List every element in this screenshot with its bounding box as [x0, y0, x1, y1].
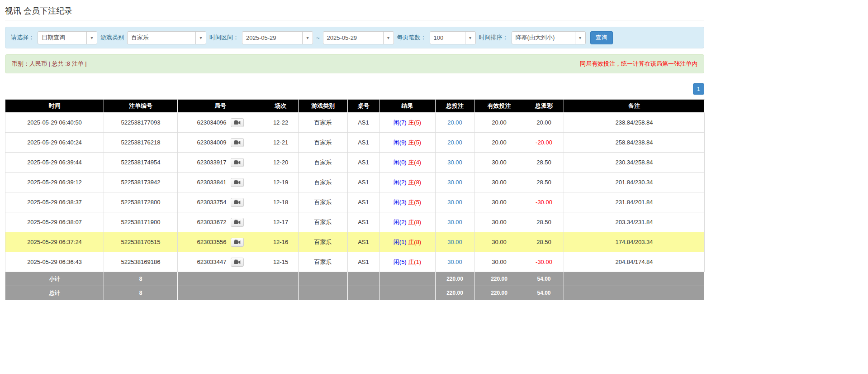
cell-remark: 174.84/203.34	[564, 232, 705, 252]
video-replay-button[interactable]	[231, 118, 244, 127]
per-page-select[interactable]: 100 ▾	[430, 31, 476, 44]
cell-result: 闲(0) 庄(4)	[379, 153, 436, 173]
cell-round-number: 623034009	[178, 133, 263, 153]
video-replay-button[interactable]	[231, 178, 244, 187]
result-banker: 庄(8)	[408, 239, 421, 245]
total-bet-link[interactable]: 30.00	[447, 219, 462, 225]
cell-time: 2025-05-29 06:39:12	[5, 173, 104, 192]
round-number: 623034096	[197, 119, 226, 126]
cell-valid-bet: 20.00	[474, 133, 524, 153]
cell-total-bet: 30.00	[436, 212, 474, 232]
summary-row: 小计8220.00220.0054.00	[5, 272, 705, 286]
summary-count: 8	[104, 272, 178, 286]
cell-payout: 28.50	[524, 212, 564, 232]
cell-valid-bet: 30.00	[474, 252, 524, 272]
cell-game-type: 百家乐	[299, 232, 348, 252]
cell-session: 12-21	[263, 133, 299, 153]
video-replay-button[interactable]	[231, 238, 244, 247]
result-banker: 庄(1)	[408, 259, 421, 265]
cell-payout: 28.50	[524, 173, 564, 192]
cell-valid-bet: 30.00	[474, 173, 524, 192]
cell-time: 2025-05-29 06:37:24	[5, 232, 104, 252]
bet-records-table: 时间注单编号局号场次游戏类别桌号结果总投注有效投注总派彩备注 2025-05-2…	[5, 99, 705, 300]
result-player: 闲(2)	[394, 219, 407, 225]
cell-table-number: AS1	[348, 113, 379, 133]
summary-total-bet: 220.00	[436, 286, 474, 300]
pagination-top: 1	[5, 83, 704, 95]
summary-bar: 币别：人民币 | 总共 :8 注单 | 同局有效投注，统一计算在该局第一张注单内	[5, 54, 704, 73]
total-bet-link[interactable]: 30.00	[447, 159, 462, 166]
cell-valid-bet: 20.00	[474, 113, 524, 133]
cell-result: 闲(7) 庄(5)	[379, 113, 436, 133]
video-replay-button[interactable]	[231, 158, 244, 167]
cell-remark: 231.84/201.84	[564, 192, 705, 212]
summary-right-text: 同局有效投注，统一计算在该局第一张注单内	[580, 60, 697, 68]
cell-total-bet: 30.00	[436, 232, 474, 252]
total-bet-link[interactable]: 20.00	[447, 139, 462, 146]
round-number: 623033917	[197, 159, 226, 166]
total-bet-link[interactable]: 20.00	[447, 119, 462, 126]
video-replay-button[interactable]	[231, 198, 244, 207]
round-number: 623033447	[197, 259, 226, 265]
summary-valid-bet: 220.00	[474, 286, 524, 300]
sort-label: 时间排序：	[479, 34, 508, 42]
date-to-select[interactable]: 2025-05-29 ▾	[323, 31, 394, 44]
query-type-value: 日期查询	[38, 34, 69, 42]
result-player: 闲(0)	[394, 159, 407, 166]
cell-remark: 204.84/174.84	[564, 252, 705, 272]
cell-valid-bet: 30.00	[474, 212, 524, 232]
total-bet-link[interactable]: 30.00	[447, 199, 462, 206]
result-player: 闲(1)	[394, 239, 407, 245]
video-icon	[234, 120, 241, 125]
summary-left-text: 币别：人民币 | 总共 :8 注单 |	[12, 60, 87, 68]
summary-count: 8	[104, 286, 178, 300]
per-page-value: 100	[430, 34, 447, 41]
column-header: 场次	[263, 100, 299, 113]
summary-payout: 54.00	[524, 272, 564, 286]
game-type-label: 游戏类别	[100, 34, 124, 42]
cell-remark: 238.84/258.84	[564, 113, 705, 133]
per-page-label: 每页笔数：	[397, 34, 427, 42]
table-row: 2025-05-29 06:38:37522538172800623033754…	[5, 192, 705, 212]
table-body: 2025-05-29 06:40:50522538177093623034096…	[5, 113, 705, 272]
sort-select[interactable]: 降幂(由大到小) ▾	[512, 31, 586, 44]
summary-valid-bet: 220.00	[474, 272, 524, 286]
date-from-select[interactable]: 2025-05-29 ▾	[242, 31, 313, 44]
video-replay-button[interactable]	[231, 218, 244, 227]
cell-total-bet: 30.00	[436, 173, 474, 192]
chevron-down-icon: ▾	[465, 32, 475, 44]
cell-session: 12-15	[263, 252, 299, 272]
video-replay-button[interactable]	[231, 138, 244, 147]
chevron-down-icon: ▾	[575, 32, 585, 44]
cell-time: 2025-05-29 06:39:44	[5, 153, 104, 173]
video-icon	[234, 220, 241, 225]
query-type-select[interactable]: 日期查询 ▾	[38, 31, 97, 44]
table-row: 2025-05-29 06:39:44522538174954623033917…	[5, 153, 705, 173]
result-player: 闲(5)	[394, 259, 407, 265]
table-header-row: 时间注单编号局号场次游戏类别桌号结果总投注有效投注总派彩备注	[5, 100, 705, 113]
summary-row: 总计8220.00220.0054.00	[5, 286, 705, 300]
search-button[interactable]: 查询	[590, 31, 613, 44]
cell-bet-number: 522538173942	[104, 173, 178, 192]
column-header: 游戏类别	[299, 100, 348, 113]
cell-valid-bet: 30.00	[474, 192, 524, 212]
cell-game-type: 百家乐	[299, 173, 348, 192]
cell-bet-number: 522538172800	[104, 192, 178, 212]
round-number: 623033841	[197, 179, 226, 186]
total-bet-link[interactable]: 30.00	[447, 239, 462, 245]
game-type-select[interactable]: 百家乐 ▾	[127, 31, 206, 44]
page-button-1[interactable]: 1	[693, 83, 704, 95]
column-header: 桌号	[348, 100, 379, 113]
cell-game-type: 百家乐	[299, 133, 348, 153]
date-to-value: 2025-05-29	[323, 34, 361, 41]
main-container: 视讯 会员下注纪录 请选择： 日期查询 ▾ 游戏类别 百家乐 ▾ 时间区间： 2…	[5, 5, 704, 374]
total-bet-link[interactable]: 30.00	[447, 179, 462, 186]
total-bet-link[interactable]: 30.00	[447, 259, 462, 265]
cell-round-number: 623033672	[178, 212, 263, 232]
column-header: 局号	[178, 100, 263, 113]
cell-total-bet: 30.00	[436, 192, 474, 212]
chevron-down-icon: ▾	[195, 32, 206, 44]
video-replay-button[interactable]	[231, 258, 244, 267]
cell-game-type: 百家乐	[299, 192, 348, 212]
filter-bar: 请选择： 日期查询 ▾ 游戏类别 百家乐 ▾ 时间区间： 2025-05-29 …	[5, 27, 704, 48]
